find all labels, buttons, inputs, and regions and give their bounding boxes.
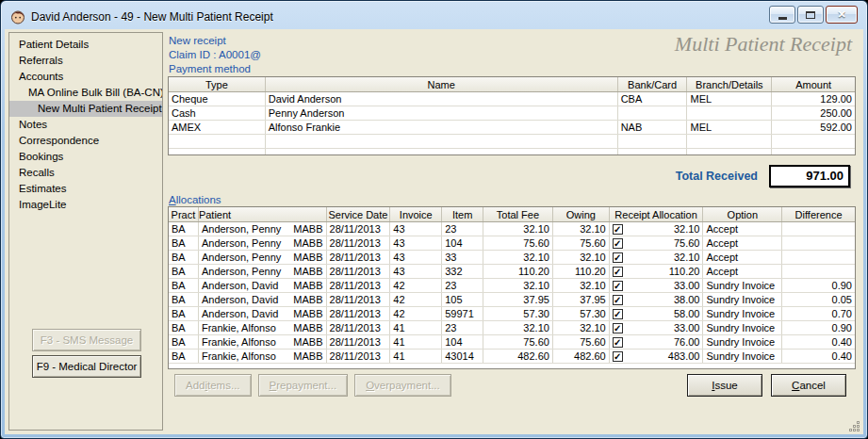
patient-name: Anderson, David: [202, 307, 278, 320]
close-button[interactable]: ✕: [826, 6, 858, 24]
sidebar-item-estimates[interactable]: Estimates: [9, 181, 162, 197]
content-area: Patient DetailsReferralsAccountsMA Onlin…: [5, 29, 863, 434]
allocation-row[interactable]: BAAnderson, PennyMABB28/11/20134310475.6…: [169, 236, 855, 251]
allocation-row[interactable]: BAAnderson, DavidMABB28/11/2013425997157…: [169, 307, 855, 321]
prepayment-button[interactable]: Prepayment...: [258, 374, 349, 397]
payment-rows: ChequeDavid AndersonCBAMEL129.00CashPenn…: [169, 92, 855, 155]
patient-clinic-code: MABB: [293, 265, 322, 278]
payment-column-header-name[interactable]: Name: [266, 77, 618, 91]
receipt-status: New receipt: [169, 35, 226, 47]
allocation-checkbox[interactable]: ✓: [613, 281, 623, 291]
patient-clinic-code: MABB: [293, 321, 322, 334]
allocations-header-row: PractPatientService DateInvoiceItemTotal…: [169, 207, 855, 222]
payment-column-header-type[interactable]: Type: [169, 77, 266, 91]
payment-row[interactable]: CashPenny Anderson250.00: [169, 106, 855, 121]
allocations-column-header-service-date[interactable]: Service Date: [327, 207, 391, 221]
window: David Anderson - 49 - New Multi Patient …: [0, 0, 868, 439]
window-controls: ✕: [769, 6, 858, 24]
payment-column-header-amount[interactable]: Amount: [772, 77, 855, 91]
cancel-button[interactable]: Cancel: [771, 374, 846, 397]
allocation-checkbox[interactable]: ✓: [613, 295, 623, 305]
payment-row[interactable]: ChequeDavid AndersonCBAMEL129.00: [169, 92, 855, 106]
patient-clinic-code: MABB: [293, 335, 322, 349]
total-received-label: Total Received: [676, 170, 758, 183]
allocations-table: PractPatientService DateInvoiceItemTotal…: [168, 206, 856, 369]
minimize-button[interactable]: [769, 6, 795, 24]
allocation-row[interactable]: BAFrankie, AlfonsoMABB28/11/2013412332.1…: [169, 321, 855, 335]
titlebar[interactable]: David Anderson - 49 - New Multi Patient …: [5, 4, 863, 29]
allocation-row[interactable]: BAAnderson, DavidMABB28/11/20134210537.9…: [169, 293, 855, 307]
patient-clinic-code: MABB: [293, 307, 322, 320]
payment-column-header-branch-details[interactable]: Branch/Details: [687, 77, 772, 91]
patient-name: Anderson, Penny: [202, 222, 281, 236]
footer-right: IssueCancel: [687, 374, 846, 397]
allocations-column-header-pract[interactable]: Pract: [169, 207, 199, 221]
allocations-column-header-receipt-allocation[interactable]: Receipt Allocation: [610, 207, 704, 221]
allocation-row[interactable]: BAFrankie, AlfonsoMABB28/11/20134110475.…: [169, 335, 855, 350]
sidebar-item-referrals[interactable]: Referrals: [9, 53, 162, 69]
allocation-checkbox[interactable]: ✓: [613, 252, 623, 263]
sms-message-button[interactable]: F3 - SMS Message: [32, 329, 141, 351]
payment-row[interactable]: [169, 149, 855, 155]
payment-header-row: TypeNameBank/CardBranch/DetailsAmount: [169, 77, 855, 92]
maximize-button[interactable]: [797, 6, 824, 24]
allocations-column-header-patient[interactable]: Patient: [199, 207, 327, 221]
payment-method-label: Payment method: [169, 63, 251, 75]
allocation-checkbox[interactable]: ✓: [613, 337, 623, 348]
footer-left: Add items...Prepayment...Overpayment...: [174, 374, 451, 397]
patient-clinic-code: MABB: [293, 222, 322, 236]
sidebar-item-imagelite[interactable]: ImageLite: [9, 197, 162, 213]
allocation-checkbox[interactable]: ✓: [613, 323, 623, 333]
sidebar-item-ma-online-bulk-bill-ba-cn[interactable]: MA Online Bulk Bill (BA-CN): [9, 85, 162, 101]
patient-name: Anderson, David: [202, 279, 278, 292]
allocation-rows: BAAnderson, PennyMABB28/11/2013432332.10…: [169, 222, 855, 364]
sidebar-item-notes[interactable]: Notes: [9, 117, 162, 133]
patient-clinic-code: MABB: [293, 251, 322, 264]
overpayment-button[interactable]: Overpayment...: [354, 374, 451, 397]
sidebar-item-patient-details[interactable]: Patient Details: [9, 37, 162, 53]
allocations-column-header-owing[interactable]: Owing: [553, 207, 610, 221]
payment-row[interactable]: AMEXAlfonso FrankieNABMEL592.00: [169, 121, 855, 135]
sidebar-item-bookings[interactable]: Bookings: [9, 149, 162, 165]
allocations-column-header-option[interactable]: Option: [703, 207, 782, 221]
allocation-checkbox[interactable]: ✓: [613, 267, 623, 277]
allocation-checkbox[interactable]: ✓: [613, 351, 623, 362]
total-received-value[interactable]: 971.00: [769, 165, 850, 187]
sidebar-nav: Patient DetailsReferralsAccountsMA Onlin…: [9, 33, 162, 213]
total-received-row: Total Received 971.00: [676, 164, 850, 188]
issue-button[interactable]: Issue: [687, 374, 762, 397]
allocations-column-header-total-fee[interactable]: Total Fee: [483, 207, 553, 221]
footer-buttons: Add items...Prepayment...Overpayment... …: [168, 373, 861, 398]
patient-name: Frankie, Alfonso: [202, 321, 276, 334]
sidebar-item-recalls[interactable]: Recalls: [9, 165, 162, 181]
resize-grip[interactable]: [848, 419, 860, 431]
patient-clinic-code: MABB: [293, 350, 322, 363]
minimize-icon: [778, 17, 787, 20]
allocation-row[interactable]: BAAnderson, DavidMABB28/11/2013422332.10…: [169, 279, 855, 293]
patient-name: Anderson, Penny: [202, 251, 281, 264]
patient-name: Frankie, Alfonso: [202, 350, 276, 363]
allocation-row[interactable]: BAAnderson, PennyMABB28/11/2013433332.10…: [169, 251, 855, 265]
sidebar-item-correspondence[interactable]: Correspondence: [9, 133, 162, 149]
allocation-checkbox[interactable]: ✓: [613, 238, 623, 249]
sidebar: Patient DetailsReferralsAccountsMA Onlin…: [8, 32, 163, 431]
patient-name: Frankie, Alfonso: [202, 335, 276, 349]
patient-clinic-code: MABB: [293, 279, 322, 292]
allocation-row[interactable]: BAAnderson, PennyMABB28/11/201343332110.…: [169, 265, 855, 279]
allocations-column-header-invoice[interactable]: Invoice: [390, 207, 442, 221]
medical-director-button[interactable]: F9 - Medical Director: [32, 355, 141, 378]
close-icon: ✕: [837, 9, 845, 20]
allocation-row[interactable]: BAAnderson, PennyMABB28/11/2013432332.10…: [169, 222, 855, 236]
allocations-column-header-difference[interactable]: Difference: [782, 207, 855, 221]
add-items-button[interactable]: Add items...: [174, 374, 252, 397]
patient-app-icon: [10, 9, 25, 24]
allocation-checkbox[interactable]: ✓: [613, 309, 623, 319]
allocations-label: Allocations: [169, 194, 221, 206]
sidebar-item-accounts[interactable]: Accounts: [9, 69, 162, 85]
payment-row[interactable]: [169, 135, 855, 149]
sidebar-item-new-multi-patient-receipt[interactable]: New Multi Patient Receipt: [9, 101, 162, 117]
allocation-row[interactable]: BAFrankie, AlfonsoMABB28/11/201341430144…: [169, 350, 855, 364]
payment-column-header-bank-card[interactable]: Bank/Card: [618, 77, 688, 91]
allocation-checkbox[interactable]: ✓: [613, 224, 623, 235]
allocations-column-header-item[interactable]: Item: [442, 207, 483, 221]
